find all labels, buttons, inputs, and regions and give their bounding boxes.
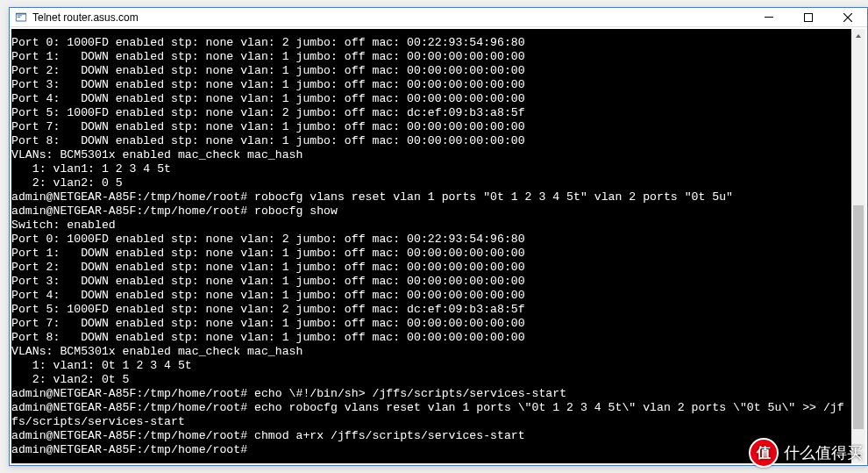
svg-rect-4	[765, 17, 773, 18]
titlebar[interactable]: Telnet router.asus.com	[10, 8, 867, 27]
vertical-scrollbar[interactable]	[851, 29, 865, 463]
watermark-text: 什么值得买	[784, 442, 863, 463]
scrollbar-thumb[interactable]	[853, 205, 864, 429]
scrollbar-track[interactable]	[851, 43, 865, 449]
maximize-button[interactable]	[788, 8, 828, 27]
telnet-window: Telnet router.asus.com Port 0: 1000FD en…	[9, 7, 868, 466]
svg-rect-5	[804, 13, 812, 21]
app-icon	[15, 11, 27, 24]
close-button[interactable]	[828, 8, 867, 27]
minimize-button[interactable]	[749, 8, 788, 27]
watermark: 值 什么值得买	[749, 438, 863, 468]
svg-rect-2	[18, 15, 22, 16]
scroll-up-button[interactable]	[851, 29, 865, 43]
terminal-area: Port 0: 1000FD enabled stp: none vlan: 2…	[11, 29, 865, 463]
terminal-output[interactable]: Port 0: 1000FD enabled stp: none vlan: 2…	[11, 29, 851, 463]
svg-rect-3	[18, 17, 21, 18]
window-title: Telnet router.asus.com	[32, 11, 749, 24]
watermark-badge-icon: 值	[749, 438, 779, 468]
window-controls	[749, 8, 867, 27]
